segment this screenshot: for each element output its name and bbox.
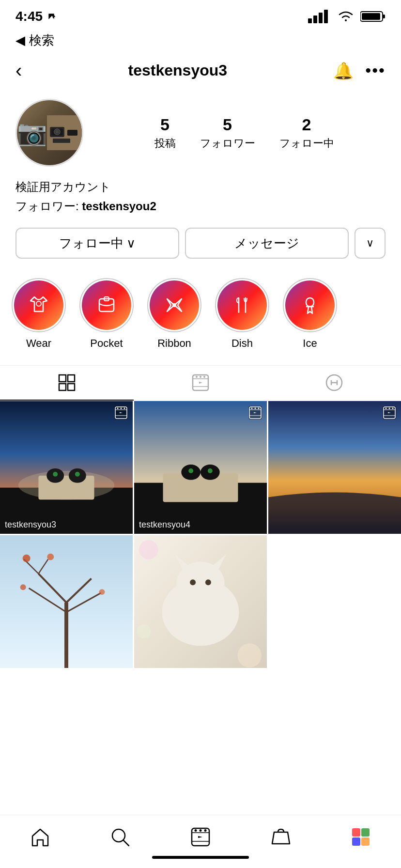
grid-item-3[interactable] xyxy=(268,401,401,534)
follower-username[interactable]: testkensyou2 xyxy=(82,200,156,213)
header-action-icons: 🔔 ••• xyxy=(333,61,386,80)
nav-home[interactable] xyxy=(30,826,51,848)
notification-icon[interactable]: 🔔 xyxy=(333,61,354,80)
grid-image-5 xyxy=(134,535,267,668)
nav-reels[interactable] xyxy=(190,826,211,848)
svg-point-80 xyxy=(205,579,211,585)
highlight-inner-ice xyxy=(285,280,335,330)
highlight-circle-wear xyxy=(12,278,66,332)
highlight-pocket[interactable]: Pocket xyxy=(79,278,134,350)
svg-point-61 xyxy=(392,408,394,409)
search-label[interactable]: 検索 xyxy=(29,32,54,49)
posts-count: 5 xyxy=(160,115,170,134)
svg-point-38 xyxy=(75,472,80,477)
more-options-icon[interactable]: ••• xyxy=(365,61,386,80)
svg-point-82 xyxy=(139,540,158,559)
highlight-circle-dish xyxy=(215,278,269,332)
highlight-ice-label: Ice xyxy=(303,337,317,350)
ice-icon xyxy=(298,293,322,317)
reels-nav-icon xyxy=(190,826,211,848)
more-dropdown-button[interactable]: ∨ xyxy=(355,228,386,259)
svg-rect-0 xyxy=(308,18,312,23)
content-tabs xyxy=(0,365,401,401)
svg-point-42 xyxy=(121,408,122,409)
signal-icon xyxy=(308,10,331,23)
message-button[interactable]: メッセージ xyxy=(185,228,349,259)
avatar-image xyxy=(17,100,82,165)
followers-count: 5 xyxy=(223,115,232,134)
ribbon-icon xyxy=(162,293,186,317)
following-stat[interactable]: 2 フォロー中 xyxy=(279,115,334,151)
location-icon xyxy=(46,12,56,21)
svg-rect-2 xyxy=(319,13,323,23)
follower-note-prefix: フォロワー: xyxy=(15,200,82,213)
highlight-dish[interactable]: Dish xyxy=(215,278,269,350)
grid-item-1[interactable]: testkensyou3 xyxy=(0,401,133,534)
shop-nav-icon xyxy=(270,826,292,848)
svg-rect-6 xyxy=(362,13,380,20)
tab-grid[interactable] xyxy=(0,366,134,401)
highlight-wear[interactable]: Wear xyxy=(12,278,66,350)
home-nav-icon xyxy=(30,826,51,848)
grid-item-2[interactable]: testkensyou4 xyxy=(134,401,267,534)
svg-point-71 xyxy=(47,554,54,560)
svg-rect-93 xyxy=(352,837,360,846)
back-arrow-small[interactable]: ◀ xyxy=(15,33,25,48)
tab-reels[interactable] xyxy=(134,366,267,401)
highlight-dish-label: Dish xyxy=(231,337,253,350)
svg-point-79 xyxy=(190,579,196,585)
svg-point-70 xyxy=(23,555,31,562)
svg-rect-20 xyxy=(306,298,314,307)
follow-chevron-icon: ∨ xyxy=(126,236,136,251)
battery-icon xyxy=(360,10,386,23)
action-buttons: フォロー中 ∨ メッセージ ∨ xyxy=(0,228,401,274)
svg-point-55 xyxy=(258,408,260,409)
dish-icon xyxy=(230,293,254,317)
highlight-ribbon[interactable]: Ribbon xyxy=(147,278,201,350)
svg-point-84 xyxy=(137,624,151,639)
highlight-inner-pocket xyxy=(82,280,131,330)
svg-rect-12 xyxy=(67,130,77,136)
highlight-ice[interactable]: Ice xyxy=(283,278,337,350)
nav-shop[interactable] xyxy=(270,826,292,848)
svg-point-11 xyxy=(55,130,59,134)
profile-stats: 5 投稿 5 フォロワー 2 フォロー中 xyxy=(103,115,386,151)
profile-nav-icon xyxy=(350,826,371,848)
svg-line-86 xyxy=(123,840,129,846)
svg-point-72 xyxy=(20,584,26,590)
wifi-icon xyxy=(337,10,355,23)
follow-button[interactable]: フォロー中 ∨ xyxy=(15,228,179,259)
back-button[interactable]: ‹ xyxy=(15,60,22,81)
home-bar xyxy=(0,847,401,868)
bio-text: 検証用アカウント xyxy=(15,178,386,196)
username-header: testkensyou3 xyxy=(128,62,228,79)
nav-search[interactable] xyxy=(109,826,131,848)
grid-item-5[interactable] xyxy=(134,535,267,668)
following-count: 2 xyxy=(302,115,311,134)
avatar-graphic xyxy=(47,104,82,162)
followers-stat[interactable]: 5 フォロワー xyxy=(200,115,255,151)
svg-rect-1 xyxy=(313,16,317,23)
svg-rect-25 xyxy=(68,384,75,390)
tab-tagged[interactable] xyxy=(267,366,401,401)
grid-item-4[interactable] xyxy=(0,535,133,668)
svg-rect-22 xyxy=(59,375,66,382)
nav-profile[interactable] xyxy=(350,826,371,848)
highlight-circle-pocket xyxy=(79,278,134,332)
svg-point-17 xyxy=(172,303,176,307)
svg-point-83 xyxy=(237,643,262,667)
reel-badge-3 xyxy=(383,406,396,423)
svg-point-49 xyxy=(188,468,193,473)
wear-icon xyxy=(27,293,51,317)
svg-rect-3 xyxy=(324,10,328,23)
svg-point-60 xyxy=(389,408,390,409)
reel-badge-icon-1 xyxy=(114,406,128,419)
message-label: メッセージ xyxy=(234,235,299,252)
svg-point-50 xyxy=(208,468,213,473)
svg-rect-13 xyxy=(53,139,70,143)
svg-point-54 xyxy=(255,408,256,409)
avatar[interactable] xyxy=(15,99,83,167)
grid-username-1: testkensyou3 xyxy=(5,520,56,530)
svg-rect-46 xyxy=(163,473,238,502)
follow-label: フォロー中 xyxy=(59,235,123,252)
